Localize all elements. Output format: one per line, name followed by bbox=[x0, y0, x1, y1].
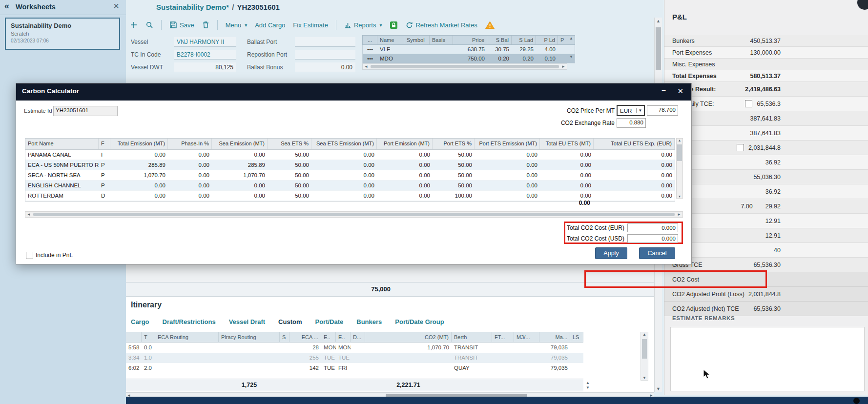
worksheets-panel-header: « Worksheets × bbox=[0, 0, 126, 15]
spinner-up-icon[interactable]: ▲ bbox=[586, 381, 590, 385]
scrollbar-thumb[interactable] bbox=[642, 339, 647, 359]
close-panel-icon[interactable]: × bbox=[113, 0, 119, 12]
itinerary-row[interactable]: 3:341.0255TUETUETRANSIT79,035 bbox=[126, 353, 583, 363]
taskbar-badge-icon[interactable] bbox=[853, 398, 860, 404]
menu-button[interactable]: Menu ▾ bbox=[226, 21, 248, 29]
total-co2-cost-eur-input[interactable]: 0.000 bbox=[627, 223, 678, 232]
market-row[interactable]: •••MDO750.000.200.200.10 bbox=[362, 54, 575, 63]
scroll-down-icon[interactable]: ▼ bbox=[641, 376, 648, 380]
total-co2-cost-usd-input[interactable]: 0.000 bbox=[627, 234, 678, 243]
scroll-left-icon[interactable]: ◄ bbox=[25, 212, 32, 217]
estimate-id-input[interactable]: YH23051601 bbox=[53, 106, 118, 116]
pnl-checkbox[interactable] bbox=[737, 144, 744, 151]
column-header: F bbox=[99, 139, 110, 149]
cell: 0.00 bbox=[110, 150, 168, 160]
cell: 0.00 bbox=[594, 150, 675, 160]
market-horizontal-scrollbar[interactable]: ◄ ► bbox=[362, 63, 567, 70]
cell: 0.00 bbox=[311, 160, 377, 170]
tab-draft-restrictions[interactable]: Draft/Restrictions bbox=[163, 318, 216, 325]
scrollbar-thumb[interactable] bbox=[677, 144, 682, 161]
spinner-down-icon[interactable]: ▼ bbox=[586, 385, 590, 390]
warning-indicator[interactable] bbox=[485, 21, 495, 29]
field-row: TC In Code B2278-I0002 Reposition Port bbox=[131, 49, 360, 61]
co2-price-label: CO2 Price Per MT bbox=[529, 107, 615, 114]
tab-port-date[interactable]: Port/Date bbox=[315, 318, 343, 325]
delete-button[interactable] bbox=[202, 21, 209, 29]
cell: 0.00 bbox=[168, 170, 212, 180]
itinerary-row[interactable]: 6:022.0142TUEFRIQUAY79,035 bbox=[126, 363, 583, 373]
search-button[interactable] bbox=[145, 21, 153, 29]
exchange-rate-input[interactable]: 0.880 bbox=[617, 118, 646, 128]
scroll-up-icon[interactable]: ▲ bbox=[655, 19, 662, 23]
cancel-button[interactable]: Cancel bbox=[639, 247, 675, 259]
cell bbox=[570, 363, 583, 373]
itinerary-title: Itinerary bbox=[131, 301, 162, 309]
tab-bunkers[interactable]: Bunkers bbox=[356, 318, 382, 325]
scrollbar-thumb[interactable] bbox=[371, 65, 559, 68]
refresh-market-rates-button[interactable]: Refresh Market Rates bbox=[406, 21, 477, 29]
scroll-up-icon[interactable]: ▲ bbox=[677, 139, 682, 142]
pnl-checkbox[interactable] bbox=[745, 100, 752, 107]
scroll-up-icon[interactable]: ▲ bbox=[569, 36, 573, 40]
close-icon[interactable]: ✕ bbox=[677, 87, 683, 96]
tab-vessel-draft[interactable]: Vessel Draft bbox=[229, 318, 265, 325]
scroll-down-icon[interactable]: ▼ bbox=[569, 55, 573, 59]
estimate-remarks-input[interactable] bbox=[670, 327, 865, 391]
scrollbar-thumb[interactable] bbox=[33, 213, 675, 216]
itinerary-row[interactable]: 5:580.028MONMON1,070.70TRANSIT79,035 bbox=[126, 343, 583, 353]
table-horizontal-scrollbar[interactable]: ◄ ► bbox=[25, 211, 683, 218]
tab-cargo[interactable]: Cargo bbox=[131, 318, 149, 325]
reposition-port-field[interactable] bbox=[295, 50, 355, 60]
save-button[interactable]: Save bbox=[169, 21, 194, 29]
include-in-pnl-checkbox[interactable] bbox=[26, 252, 33, 259]
co2-price-input[interactable]: 78.700 bbox=[647, 105, 678, 116]
vessel-field[interactable]: VNJ HARMONY II bbox=[174, 37, 236, 47]
tab-port-date-group[interactable]: Port/Date Group bbox=[395, 318, 444, 325]
tab-custom[interactable]: Custom bbox=[278, 318, 302, 325]
apply-button[interactable]: Apply bbox=[595, 247, 627, 259]
pnl-row-value: 40 bbox=[774, 247, 781, 254]
scroll-right-icon[interactable]: ► bbox=[676, 212, 682, 217]
emission-row[interactable]: ENGLISH CHANNELP0.000.000.0050.000.000.0… bbox=[25, 181, 675, 191]
fix-estimate-button[interactable]: Fix Estimate bbox=[293, 21, 328, 29]
mouse-cursor bbox=[702, 369, 712, 380]
scroll-right-icon[interactable]: ► bbox=[560, 64, 567, 69]
ballast-port-field[interactable] bbox=[295, 37, 355, 47]
cell: 0.00 bbox=[540, 150, 594, 160]
column-header bbox=[126, 332, 142, 342]
vessel-dwt-field[interactable]: 80,125 bbox=[174, 62, 236, 72]
cell: TUE bbox=[321, 363, 336, 373]
column-header: D... bbox=[351, 332, 365, 342]
tc-in-code-field[interactable]: B2278-I0002 bbox=[174, 50, 236, 60]
pnl-panel: P&L Bunkers450,513.37Port Expenses130,00… bbox=[664, 0, 868, 395]
cell bbox=[280, 353, 289, 363]
scroll-down-icon[interactable]: ▼ bbox=[677, 195, 682, 198]
column-header: Price bbox=[453, 36, 487, 44]
cell: 79,035 bbox=[539, 363, 570, 373]
add-cargo-button[interactable]: Add Cargo bbox=[255, 21, 285, 29]
ballast-bonus-field[interactable]: 0.00 bbox=[295, 62, 355, 72]
cell bbox=[155, 363, 219, 373]
cell: 0.00 bbox=[594, 170, 675, 180]
scroll-up-icon[interactable]: ▲ bbox=[641, 332, 648, 337]
emission-row[interactable]: SECA - NORTH SEAP1,070.700.001,070.7050.… bbox=[25, 170, 675, 181]
collapse-panel-icon[interactable]: « bbox=[4, 1, 9, 11]
dialog-titlebar[interactable]: Carbon Calculator − ✕ bbox=[16, 83, 691, 101]
lock-button[interactable] bbox=[390, 21, 398, 29]
scrollbar-thumb[interactable] bbox=[656, 27, 661, 70]
emission-row[interactable]: PANAMA CANALI0.000.000.0050.000.000.0050… bbox=[25, 150, 675, 160]
itinerary-vertical-scrollbar[interactable]: ▲ ▼ bbox=[641, 332, 648, 381]
scroll-down-icon[interactable]: ▼ bbox=[655, 386, 662, 391]
worksheet-card[interactable]: Sustainability Demo Scratch 02/13/2023 0… bbox=[5, 18, 120, 50]
cell: 50.00 bbox=[433, 181, 475, 190]
pnl-row: CO2 Adjusted Profit (Loss)2,031,844.8 bbox=[664, 287, 868, 302]
add-button[interactable] bbox=[130, 21, 138, 29]
reports-button[interactable]: Reports ▾ bbox=[344, 21, 382, 29]
currency-select[interactable]: EUR ▼ bbox=[617, 105, 645, 116]
emission-row[interactable]: ECA - US 50NM PUERTO RICOP285.890.00285.… bbox=[25, 160, 675, 170]
market-row[interactable]: •••VLF638.7530.7529.254.00 bbox=[362, 45, 575, 54]
scroll-left-icon[interactable]: ◄ bbox=[363, 64, 370, 69]
minimize-icon[interactable]: − bbox=[661, 86, 666, 95]
table-vertical-scrollbar[interactable]: ▲ ▼ bbox=[676, 138, 683, 199]
vessel-label: Vessel bbox=[131, 39, 148, 45]
